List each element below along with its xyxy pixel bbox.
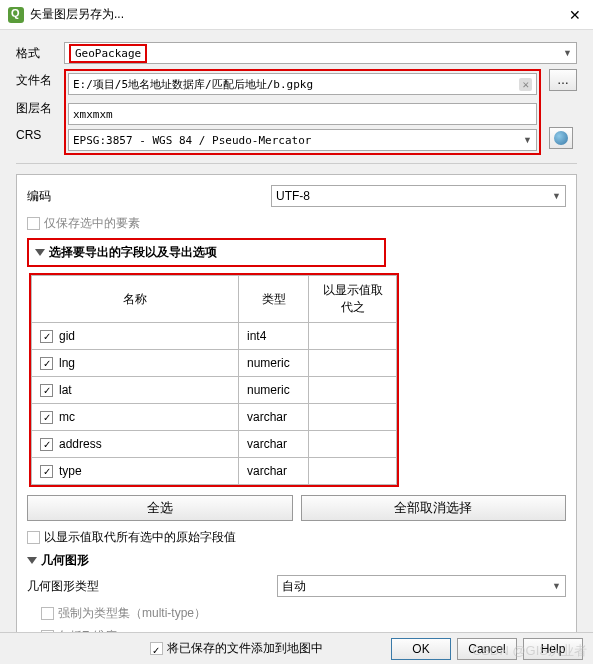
add-to-map-label: 将已保存的文件添加到地图中 [167,640,323,657]
format-value: GeoPackage [69,44,147,63]
browse-button[interactable]: … [549,69,577,91]
col-type[interactable]: 类型 [239,276,309,323]
fields-table: 名称 类型 以显示值取代之 gidint4lngnumericlatnumeri… [31,275,397,485]
globe-icon [554,131,568,145]
chevron-down-icon: ▼ [563,48,572,58]
field-checkbox[interactable] [40,357,53,370]
replace-raw-checkbox[interactable] [27,531,40,544]
force-multi-checkbox [41,607,54,620]
field-checkbox[interactable] [40,465,53,478]
app-icon [8,7,24,23]
crs-picker-button[interactable] [549,127,573,149]
cancel-button[interactable]: Cancel [457,638,517,660]
field-checkbox[interactable] [40,411,53,424]
ok-button[interactable]: OK [391,638,451,660]
fields-section-label: 选择要导出的字段以及导出选项 [49,244,217,261]
crs-combo[interactable]: EPSG:3857 - WGS 84 / Pseudo-Mercator ▼ [68,129,537,151]
add-to-map-checkbox[interactable] [150,642,163,655]
format-combo[interactable]: GeoPackage ▼ [64,42,577,64]
table-row[interactable]: gidint4 [32,323,397,350]
chevron-down-icon: ▼ [552,581,561,591]
layername-input[interactable]: xmxmxm [68,103,537,125]
field-checkbox[interactable] [40,330,53,343]
select-all-button[interactable]: 全选 [27,495,293,521]
help-button[interactable]: Help [523,638,583,660]
save-selected-checkbox[interactable] [27,217,40,230]
geom-section-label: 几何图形 [41,552,89,569]
close-icon[interactable]: ✕ [565,7,585,23]
window-title: 矢量图层另存为... [30,6,565,23]
clear-icon[interactable]: ✕ [519,78,532,91]
save-selected-label: 仅保存选中的要素 [44,215,140,232]
geom-type-combo[interactable]: 自动 ▼ [277,575,566,597]
table-row[interactable]: mcvarchar [32,404,397,431]
encoding-label: 编码 [27,188,257,205]
table-row[interactable]: lngnumeric [32,350,397,377]
col-name[interactable]: 名称 [32,276,239,323]
crs-label: CRS [16,128,56,142]
filename-input[interactable]: E:/项目/5地名地址数据库/匹配后地址/b.gpkg ✕ [68,73,537,95]
format-label: 格式 [16,45,56,62]
triangle-down-icon[interactable] [27,557,37,564]
encoding-combo[interactable]: UTF-8 ▼ [271,185,566,207]
field-checkbox[interactable] [40,384,53,397]
triangle-down-icon[interactable] [35,249,45,256]
deselect-all-button[interactable]: 全部取消选择 [301,495,567,521]
geom-type-label: 几何图形类型 [27,578,267,595]
table-row[interactable]: typevarchar [32,458,397,485]
force-multi-label: 强制为类型集（multi-type） [58,605,206,622]
replace-raw-label: 以显示值取代所有选中的原始字段值 [44,529,236,546]
field-checkbox[interactable] [40,438,53,451]
filename-label: 文件名 [16,72,56,89]
layername-label: 图层名 [16,100,56,117]
table-row[interactable]: latnumeric [32,377,397,404]
chevron-down-icon: ▼ [523,135,532,145]
col-disp[interactable]: 以显示值取代之 [309,276,397,323]
chevron-down-icon: ▼ [552,191,561,201]
table-row[interactable]: addressvarchar [32,431,397,458]
